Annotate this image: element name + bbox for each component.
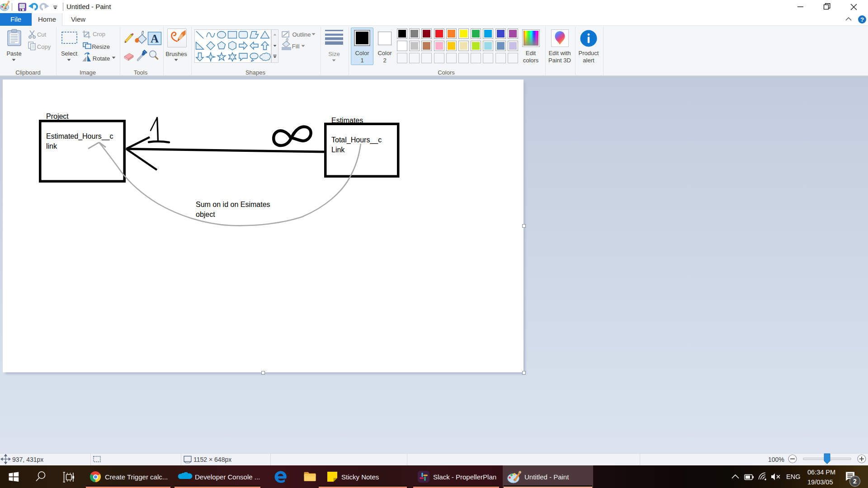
svg-text:2: 2 bbox=[853, 478, 857, 485]
